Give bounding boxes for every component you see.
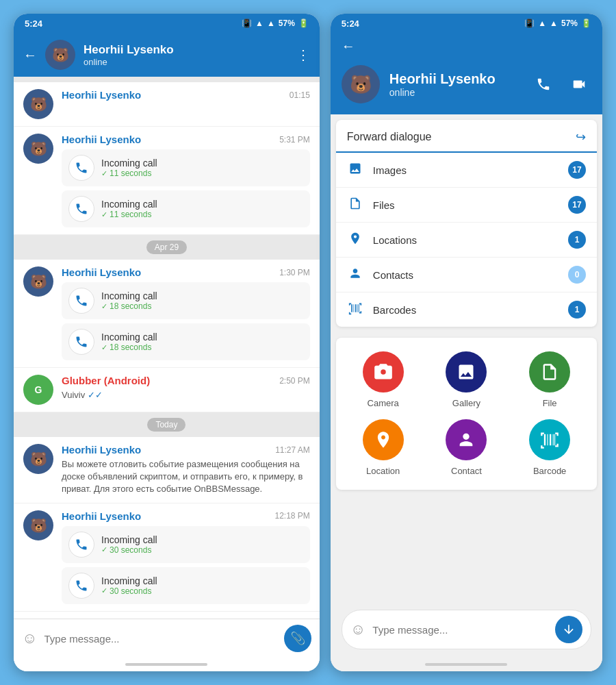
conv-name-1218: Heorhii Lysenko xyxy=(62,510,141,522)
right-home-bar xyxy=(331,658,602,671)
conv-text-glubber: Vuiviv ✓✓ xyxy=(62,389,310,401)
conv-time-1127: 11:27 AM xyxy=(275,445,310,455)
right-status-bar: 5:24 📳 ▲ ▲ 57% 🔋 xyxy=(331,14,602,33)
forward-icon: ↪ xyxy=(576,129,586,145)
emoji-button-right[interactable]: ☺ xyxy=(350,621,365,638)
attach-barcode[interactable]: Barcode xyxy=(513,419,586,476)
gallery-icon-circle xyxy=(446,351,487,393)
conv-top-glubber: Glubber (Android) 2:50 PM xyxy=(62,375,310,386)
images-label: Images xyxy=(373,164,559,176)
conv-avatar-130: 🐻 xyxy=(23,266,53,297)
header-user-status: online xyxy=(84,57,288,67)
call-info-2: Incoming call 11 seconds xyxy=(101,199,157,219)
partial-top: Heorhii Lysenko 01:15 xyxy=(62,89,310,101)
battery-pct-r: 57% xyxy=(561,18,578,28)
call-title-5: Incoming call xyxy=(101,534,157,545)
conv-avatar-glubber: G xyxy=(23,375,53,405)
forward-item-files[interactable]: Files 17 xyxy=(336,188,597,223)
rh-user-status: online xyxy=(389,87,522,98)
header-user-name: Heorhii Lysenko xyxy=(84,43,288,57)
call-duration-1: 11 seconds xyxy=(101,169,157,178)
call-info-1: Incoming call 11 seconds xyxy=(101,158,157,178)
contact-icon-circle xyxy=(446,419,487,460)
images-badge: 17 xyxy=(568,161,586,179)
right-time: 5:24 xyxy=(342,18,359,29)
call-msg-5: Incoming call 30 seconds xyxy=(62,526,310,563)
attach-contact[interactable]: Contact xyxy=(431,419,503,476)
call-info-4: Incoming call 18 seconds xyxy=(101,332,157,352)
conv-time-1218: 12:18 PM xyxy=(274,511,309,521)
call-msg-3: Incoming call 18 seconds xyxy=(62,282,310,319)
files-icon xyxy=(347,197,363,214)
conv-glubber: G Glubber (Android) 2:50 PM Vuiviv ✓✓ xyxy=(14,368,320,412)
emoji-button-left[interactable]: ☺ xyxy=(22,630,37,647)
right-chat-header: ← 🐻 Heorhii Lysenko online xyxy=(331,33,602,114)
forward-item-locations[interactable]: Locations 1 xyxy=(336,223,597,258)
call-msg-1: Incoming call 11 seconds xyxy=(62,149,310,186)
forward-item-barcodes[interactable]: Barcodes 1 xyxy=(336,292,597,327)
call-icon-3 xyxy=(68,288,94,314)
header-avatar: 🐻 xyxy=(45,40,75,70)
gallery-label: Gallery xyxy=(452,398,480,408)
rh-user: 🐻 Heorhii Lysenko online xyxy=(331,58,602,114)
attach-grid: Camera Gallery File xyxy=(347,351,586,476)
video-call-button[interactable] xyxy=(567,72,591,97)
send-button[interactable] xyxy=(555,616,582,643)
partial-content: Heorhii Lysenko 01:15 xyxy=(62,89,310,101)
files-label: Files xyxy=(373,199,559,211)
attach-button-left[interactable]: 📎 xyxy=(284,625,311,652)
date-badge-apr29: Apr 29 xyxy=(14,240,320,254)
images-icon xyxy=(347,162,363,179)
call-icon-4 xyxy=(68,329,94,355)
paperclip-icon: 📎 xyxy=(290,631,305,646)
voice-call-button[interactable] xyxy=(531,72,556,97)
right-body: Forward dialogue ↪ Images 17 Files 17 xyxy=(331,114,602,658)
conv-time-130: 1:30 PM xyxy=(279,268,310,277)
attach-camera[interactable]: Camera xyxy=(347,351,420,408)
home-bar-line xyxy=(125,663,207,666)
rh-top: ← xyxy=(331,33,602,58)
conv-name-1127: Heorhii Lysenko xyxy=(62,444,141,456)
attach-location[interactable]: Location xyxy=(347,419,420,476)
call-title-1: Incoming call xyxy=(101,158,157,169)
forward-title: Forward dialogue xyxy=(347,131,432,143)
location-label: Location xyxy=(366,466,400,476)
message-input-left[interactable] xyxy=(44,633,277,645)
battery-icon: 🔋 xyxy=(298,18,309,28)
left-status-icons: 📳 ▲ ▲ 57% 🔋 xyxy=(242,18,309,28)
partial-avatar: 🐻 xyxy=(23,89,53,119)
conv-time-531: 5:31 PM xyxy=(279,135,310,145)
camera-label: Camera xyxy=(368,398,399,408)
contacts-icon xyxy=(347,266,363,284)
conv-name-130: Heorhii Lysenko xyxy=(62,266,141,278)
partial-name: Heorhii Lysenko xyxy=(62,89,141,101)
back-button-right[interactable]: ← xyxy=(342,38,355,54)
barcode-icon-circle xyxy=(529,419,570,460)
call-icon-5 xyxy=(68,532,94,558)
call-msg-6: Incoming call 30 seconds xyxy=(62,567,310,604)
rh-user-name: Heorhii Lysenko xyxy=(389,71,522,87)
left-chat-body: 🐻 Heorhii Lysenko 01:15 🐻 Heorhii Lysenk… xyxy=(14,77,320,619)
conv-content-1218: Heorhii Lysenko 12:18 PM Incoming call 3… xyxy=(62,510,310,604)
conv-content-glubber: Glubber (Android) 2:50 PM Vuiviv ✓✓ xyxy=(62,375,310,401)
forward-item-images[interactable]: Images 17 xyxy=(336,153,597,188)
date-label-apr29: Apr 29 xyxy=(146,240,187,254)
location-icon-circle xyxy=(363,419,404,460)
conv-top-1127: Heorhii Lysenko 11:27 AM xyxy=(62,444,310,456)
files-badge: 17 xyxy=(568,196,586,214)
call-icon-2 xyxy=(68,196,94,222)
right-input-wrapper: ☺ xyxy=(331,601,602,658)
battery-icon-r: 🔋 xyxy=(581,18,591,28)
conv-group-531: 🐻 Heorhii Lysenko 5:31 PM Incoming call … xyxy=(14,127,320,235)
call-duration-4: 18 seconds xyxy=(101,342,157,352)
attach-gallery[interactable]: Gallery xyxy=(431,351,503,408)
back-button[interactable]: ← xyxy=(23,47,37,63)
call-duration-6: 30 seconds xyxy=(101,586,157,596)
more-button[interactable]: ⋮ xyxy=(296,47,310,63)
attach-file[interactable]: File xyxy=(513,351,586,408)
conv-avatar-531: 🐻 xyxy=(23,134,53,164)
contact-label: Contact xyxy=(451,466,482,476)
forward-item-contacts[interactable]: Contacts 0 xyxy=(336,258,597,292)
call-msg-4: Incoming call 18 seconds xyxy=(62,323,310,360)
message-input-right[interactable] xyxy=(372,624,548,636)
